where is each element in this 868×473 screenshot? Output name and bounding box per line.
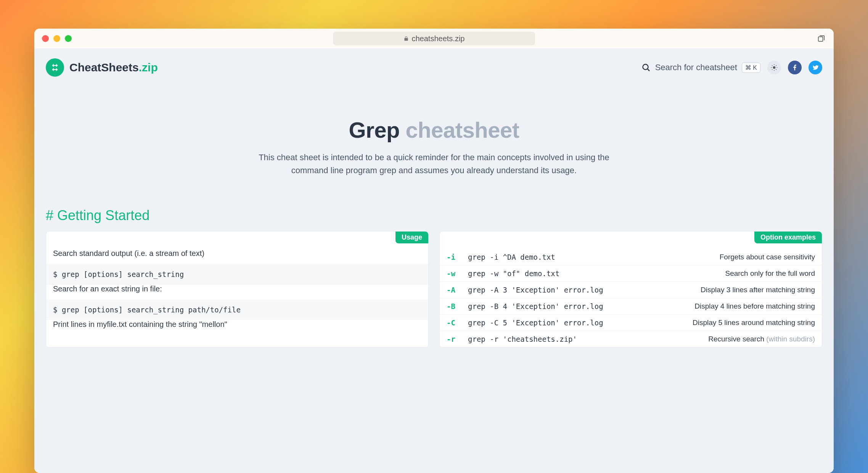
svg-point-1 <box>643 64 648 70</box>
option-flag: -w <box>447 269 468 278</box>
option-flag: -r <box>447 335 468 343</box>
logo-main: CheatSheets <box>69 61 139 74</box>
hero: Grep cheatsheet This cheat sheet is inte… <box>34 83 834 196</box>
option-row: -igrep -i ^DA demo.txtForgets about case… <box>440 249 822 265</box>
search-icon <box>641 63 651 72</box>
option-row: -Bgrep -B 4 'Exception' error.logDisplay… <box>440 298 822 315</box>
option-flag: -A <box>447 286 468 294</box>
option-command: grep -w "of" demo.txt <box>468 269 641 278</box>
option-command: grep -B 4 'Exception' error.log <box>468 302 641 311</box>
url-bar[interactable]: cheatsheets.zip <box>333 32 535 45</box>
fullscreen-window-button[interactable] <box>65 35 72 42</box>
option-row: -Agrep -A 3 'Exception' error.logDisplay… <box>440 282 822 298</box>
lock-icon <box>403 36 409 41</box>
option-flag: -i <box>447 253 468 261</box>
title-muted: cheatsheet <box>405 117 519 142</box>
section-hash: # <box>46 208 53 223</box>
logo[interactable]: CheatSheets.zip <box>46 58 158 77</box>
browser-chrome: cheatsheets.zip <box>34 29 834 48</box>
code-block: $ grep [options] search_string <box>46 264 428 285</box>
option-description: Forgets about case sensitivity <box>641 253 815 261</box>
logo-text: CheatSheets.zip <box>69 61 158 74</box>
theme-toggle-button[interactable] <box>767 61 781 74</box>
facebook-link[interactable] <box>788 61 802 74</box>
svg-line-11 <box>776 65 776 66</box>
option-description: Display 5 lines around matching string <box>641 319 815 327</box>
options-card: Option examples -igrep -i ^DA demo.txtFo… <box>439 231 822 348</box>
kbd-hint: ⌘ K <box>742 63 760 73</box>
facebook-icon <box>791 64 798 71</box>
logo-icon <box>50 63 60 72</box>
search-placeholder: Search for cheatsheet <box>655 63 737 72</box>
options-badge: Option examples <box>754 232 822 243</box>
traffic-lights <box>42 35 72 42</box>
option-description: Display 3 lines after matching string <box>641 286 815 294</box>
close-window-button[interactable] <box>42 35 49 42</box>
svg-line-10 <box>772 69 772 70</box>
twitter-icon <box>812 64 819 71</box>
header-right: Search for cheatsheet ⌘ K <box>641 61 822 74</box>
twitter-link[interactable] <box>809 61 822 74</box>
option-row: -rgrep -r 'cheatsheets.zip'Recursive sea… <box>440 331 822 347</box>
option-command: grep -r 'cheatsheets.zip' <box>468 335 641 343</box>
cards-row: Usage Search standard output (i.e. a str… <box>34 231 834 348</box>
title-main: Grep <box>349 117 399 142</box>
usage-description: Search standard output (i.e. a stream of… <box>46 249 428 264</box>
option-description: Search only for the full word <box>641 269 815 278</box>
option-command: grep -C 5 'Exception' error.log <box>468 319 641 327</box>
option-command: grep -A 3 'Exception' error.log <box>468 286 641 294</box>
svg-rect-0 <box>818 37 823 41</box>
option-flag: -C <box>447 319 468 327</box>
logo-badge <box>46 58 64 77</box>
browser-window: cheatsheets.zip CheatSheets.zip Search f… <box>34 29 834 473</box>
svg-line-2 <box>648 69 649 71</box>
option-description: Display 4 lines before matching string <box>641 302 815 311</box>
usage-badge: Usage <box>395 232 428 243</box>
svg-point-3 <box>773 66 776 69</box>
url-text: cheatsheets.zip <box>412 34 465 43</box>
minimize-window-button[interactable] <box>53 35 60 42</box>
site-header: CheatSheets.zip Search for cheatsheet ⌘ … <box>34 48 834 83</box>
code-block: $ grep [options] search_string path/to/f… <box>46 299 428 320</box>
option-row: -wgrep -w "of" demo.txtSearch only for t… <box>440 265 822 282</box>
option-command: grep -i ^DA demo.txt <box>468 253 641 261</box>
page-subtitle: This cheat sheet is intended to be a qui… <box>243 151 625 177</box>
usage-description: Print lines in myfile.txt containing the… <box>46 320 428 335</box>
svg-line-6 <box>772 65 772 66</box>
search-trigger[interactable]: Search for cheatsheet ⌘ K <box>641 63 760 73</box>
option-flag: -B <box>447 302 468 311</box>
svg-line-7 <box>776 69 776 70</box>
page-content: CheatSheets.zip Search for cheatsheet ⌘ … <box>34 48 834 473</box>
option-row: -Cgrep -C 5 'Exception' error.logDisplay… <box>440 315 822 331</box>
usage-card: Usage Search standard output (i.e. a str… <box>46 231 429 348</box>
usage-description: Search for an exact string in file: <box>46 285 428 299</box>
page-title: Grep cheatsheet <box>46 117 822 143</box>
section-title[interactable]: # Getting Started <box>34 196 834 231</box>
section-title-text: Getting Started <box>57 208 149 223</box>
tabs-icon[interactable] <box>817 34 825 43</box>
logo-suffix: .zip <box>139 61 158 74</box>
sun-icon <box>770 64 778 71</box>
option-description: Recursive search (within subdirs) <box>641 335 815 343</box>
